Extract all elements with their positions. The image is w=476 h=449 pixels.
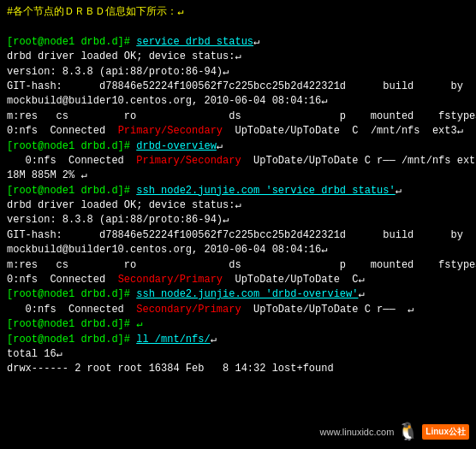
total-line: total 16↵ (7, 347, 469, 362)
output-line-5: drbd driver loaded OK; device status:↵ (7, 198, 469, 213)
prompt-4: [root@node1 drbd.d]# (7, 288, 136, 300)
output-line-7: GIT-hash: d78846e52224f100562f7c225bcc25… (7, 228, 469, 243)
overview-line-2: 18M 885M 2% ↵ (7, 168, 469, 183)
file-row: drwx------ 2 root root 16384 Feb 8 14:32… (7, 362, 469, 376)
table-data-2: 0:nfs Connected Secondary/Primary UpToDa… (7, 273, 469, 287)
cmd-line-3: [root@node1 drbd.d]# ssh node2.junjie.co… (7, 184, 469, 198)
cmd-text-2: drbd-overview (136, 140, 217, 152)
terminal: #各个节点的ＤＲＢＤ信息如下所示：↵ [root@node1 drbd.d]# … (0, 0, 476, 449)
cmd-line-4: [root@node1 drbd.d]# ssh node2.junjie.co… (7, 287, 469, 302)
secondary-primary-1: Secondary/Primary (118, 274, 223, 286)
prompt-6: [root@node1 drbd.d]# (7, 334, 136, 346)
cmd-line-5: [root@node1 drbd.d]# ↵ (7, 317, 469, 332)
output-line-2: version: 8.3.8 (api:88/proto:86-94)↵ (7, 65, 469, 80)
secondary-primary-2: Secondary/Primary (136, 304, 241, 316)
overview-line-1: 0:nfs Connected Primary/Secondary UpToDa… (7, 154, 469, 168)
cmd-line-1: [root@node1 drbd.d]# service drbd status… (7, 35, 469, 50)
watermark-logo: Linux公社 (422, 424, 469, 440)
overview-line-3: 0:nfs Connected Secondary/Primary UpToDa… (7, 303, 469, 317)
cmd-line-6: [root@node1 drbd.d]# ll /mnt/nfs/↵ (7, 333, 469, 347)
primary-secondary-2: Primary/Secondary (136, 155, 241, 167)
watermark: www.linuxidc.com 🐧 Linux公社 (320, 421, 469, 442)
cmd-line-2: [root@node1 drbd.d]# drbd-overview↵ (7, 139, 469, 154)
output-line-6: version: 8.3.8 (api:88/proto:86-94)↵ (7, 213, 469, 227)
prompt-1: [root@node1 drbd.d]# (7, 36, 136, 48)
table-header-1: m:res cs ro ds p mounted fstype↵ (7, 109, 469, 124)
prompt-2: [root@node1 drbd.d]# (7, 140, 136, 152)
table-header-2: m:res cs ro ds p mounted fstype↵ (7, 258, 469, 273)
blank-line-1 (7, 20, 469, 34)
cmd-text-4: ssh node2.junjie.com 'drbd-overview' (136, 288, 358, 300)
cmd-text-3: ssh node2.junjie.com 'service drbd statu… (136, 185, 395, 197)
primary-secondary-1: Primary/Secondary (118, 125, 223, 137)
penguin-icon: 🐧 (397, 421, 419, 442)
title-text: #各个节点的ＤＲＢＤ信息如下所示：↵ (7, 6, 183, 18)
output-line-4: mockbuild@builder10.centos.org, 2010-06-… (7, 94, 469, 109)
output-line-8: mockbuild@builder10.centos.org, 2010-06-… (7, 243, 469, 257)
cmd-text-6: ll /mnt/nfs/ (136, 334, 210, 346)
table-data-1: 0:nfs Connected Primary/Secondary UpToDa… (7, 124, 469, 139)
prompt-3: [root@node1 drbd.d]# (7, 185, 136, 197)
title-line: #各个节点的ＤＲＢＤ信息如下所示：↵ (7, 5, 469, 20)
watermark-domain: www.linuxidc.com (320, 427, 395, 437)
output-line-1: drbd driver loaded OK; device status:↵ (7, 50, 469, 64)
arrow-1: ↵ (253, 36, 259, 48)
cmd-text-1: service drbd status (136, 36, 253, 48)
prompt-5: [root@node1 drbd.d]# ↵ (7, 318, 142, 330)
output-line-3: GIT-hash: d78846e52224f100562f7c225bcc25… (7, 80, 469, 94)
